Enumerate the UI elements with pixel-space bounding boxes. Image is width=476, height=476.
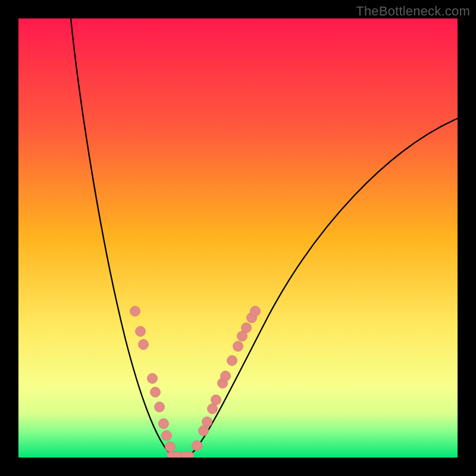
data-marker: [227, 356, 237, 366]
data-marker: [208, 404, 218, 414]
data-marker: [151, 387, 161, 397]
data-marker: [130, 306, 140, 317]
data-marker: [148, 374, 158, 384]
data-marker: [155, 402, 165, 412]
markers-oblong-group: [167, 452, 194, 458]
data-marker: [202, 417, 212, 427]
plot-area: [18, 18, 458, 458]
chart-frame: TheBottleneck.com: [0, 0, 476, 476]
watermark-text: TheBottleneck.com: [356, 4, 470, 19]
data-marker: [221, 371, 231, 381]
data-marker: [192, 441, 202, 451]
data-marker-oblong: [167, 452, 182, 458]
markers-round-group: [130, 306, 261, 452]
chart-svg: [18, 18, 458, 458]
data-marker: [242, 323, 252, 333]
data-marker: [159, 419, 169, 429]
curve-right: [180, 118, 458, 458]
data-marker: [211, 395, 221, 405]
data-marker-oblong: [181, 452, 194, 458]
data-marker: [162, 431, 172, 441]
data-marker: [136, 327, 146, 337]
data-marker: [199, 426, 209, 436]
curve-left: [71, 18, 180, 458]
data-marker: [233, 342, 243, 352]
data-marker: [250, 306, 261, 317]
data-marker: [139, 340, 149, 350]
data-marker: [165, 442, 176, 452]
